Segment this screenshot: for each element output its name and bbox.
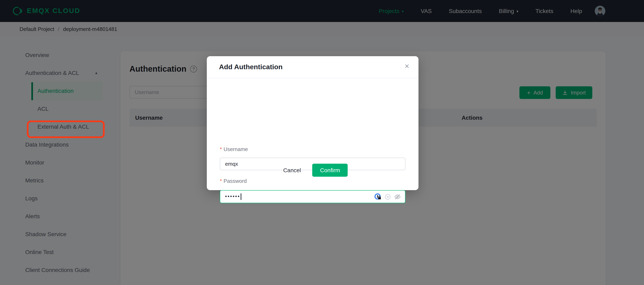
required-asterisk: *	[220, 178, 222, 184]
text-cursor	[240, 194, 241, 200]
dialog-header: Add Authentication ✕	[207, 56, 418, 78]
username-label: * Username	[220, 146, 248, 152]
emqx-cloud-console: EMQX CLOUD Projects ▾ VAS Subaccounts Bi…	[0, 0, 644, 285]
password-input[interactable]: ••••••	[220, 190, 406, 203]
confirm-button[interactable]: Confirm	[312, 164, 348, 177]
dialog-footer: Cancel Confirm	[207, 164, 418, 177]
close-icon[interactable]: ✕	[404, 63, 410, 69]
clear-icon[interactable]	[385, 194, 391, 200]
masked-password-value: ••••••	[225, 194, 240, 199]
required-asterisk: *	[220, 146, 222, 152]
password-manager-icon[interactable]	[374, 193, 382, 200]
add-authentication-dialog: Add Authentication ✕ * Username * Passwo…	[207, 56, 418, 190]
annotation-highlight-box	[27, 120, 104, 138]
cancel-button[interactable]: Cancel	[278, 164, 306, 177]
dialog-title: Add Authentication	[219, 63, 282, 71]
password-label: * Password	[220, 178, 247, 184]
eye-off-icon[interactable]	[394, 193, 401, 200]
